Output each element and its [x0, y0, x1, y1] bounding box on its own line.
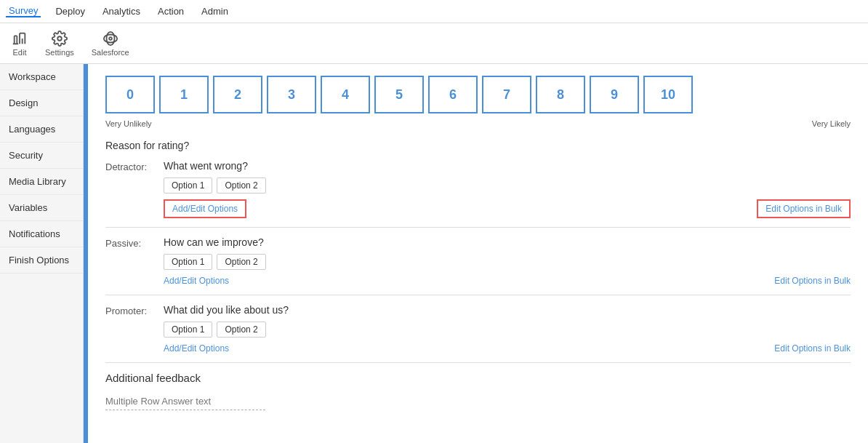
sidebar-item-variables[interactable]: Variables [0, 195, 83, 221]
detractor-option-1[interactable]: Option 1 [164, 177, 212, 193]
sidebar-item-workspace[interactable]: Workspace [0, 64, 83, 90]
nav-survey[interactable]: Survey [6, 5, 41, 17]
toolbar-salesforce[interactable]: Salesforce [92, 31, 129, 57]
passive-actions: Add/Edit Options Edit Options in Bulk [164, 276, 851, 286]
rating-9[interactable]: 9 [590, 76, 639, 113]
rating-8[interactable]: 8 [536, 76, 585, 113]
promoter-content: What did you like about us? Option 1 Opt… [164, 304, 851, 354]
passive-question: How can we improve? [164, 236, 851, 248]
rating-4[interactable]: 4 [321, 76, 370, 113]
sidebar-item-finish-options[interactable]: Finish Options [0, 247, 83, 274]
detractor-label: Detractor: [105, 160, 164, 172]
promoter-question: What did you like about us? [164, 304, 851, 316]
additional-feedback-title: Additional feedback [105, 372, 851, 384]
promoter-add-edit-button[interactable]: Add/Edit Options [164, 343, 229, 354]
main-content: 0 1 2 3 4 5 6 7 8 9 10 Very Unlikely Ver… [88, 64, 868, 443]
svg-point-8 [57, 36, 62, 41]
rating-labels: Very Unlikely Very Likely [105, 119, 851, 128]
nav-admin[interactable]: Admin [198, 6, 231, 17]
rating-scale: 0 1 2 3 4 5 6 7 8 9 10 [105, 76, 851, 113]
promoter-actions: Add/Edit Options Edit Options in Bulk [164, 343, 851, 354]
promoter-option-2[interactable]: Option 2 [217, 322, 265, 338]
rating-label-right: Very Likely [812, 119, 851, 128]
passive-content: How can we improve? Option 1 Option 2 Ad… [164, 236, 851, 286]
nav-action[interactable]: Action [155, 6, 187, 17]
promoter-options: Option 1 Option 2 [164, 322, 851, 338]
promoter-bulk-button[interactable]: Edit Options in Bulk [774, 343, 851, 354]
promoter-label: Promoter: [105, 304, 164, 316]
top-navigation: Survey Deploy Analytics Action Admin [0, 0, 868, 23]
rating-2[interactable]: 2 [213, 76, 262, 113]
sidebar-item-design[interactable]: Design [0, 90, 83, 116]
passive-label: Passive: [105, 236, 164, 249]
promoter-row: Promoter: What did you like about us? Op… [105, 304, 851, 363]
rating-6[interactable]: 6 [428, 76, 478, 113]
rating-10[interactable]: 10 [643, 76, 693, 113]
detractor-bulk-button[interactable]: Edit Options in Bulk [757, 199, 851, 218]
passive-row: Passive: How can we improve? Option 1 Op… [105, 236, 851, 295]
passive-option-1[interactable]: Option 1 [164, 254, 212, 270]
detractor-add-edit-button[interactable]: Add/Edit Options [164, 199, 246, 218]
reason-section-title: Reason for rating? [105, 140, 851, 151]
toolbar-edit[interactable]: Edit [12, 31, 28, 57]
toolbar-settings[interactable]: Settings [45, 31, 74, 57]
rating-5[interactable]: 5 [374, 76, 424, 113]
sidebar-item-languages[interactable]: Languages [0, 116, 83, 143]
nav-analytics[interactable]: Analytics [100, 6, 143, 17]
detractor-row: Detractor: What went wrong? Option 1 Opt… [105, 160, 851, 228]
sidebar-item-notifications[interactable]: Notifications [0, 221, 83, 247]
passive-option-2[interactable]: Option 2 [217, 254, 265, 270]
detractor-options: Option 1 Option 2 [164, 177, 851, 193]
rating-1[interactable]: 1 [159, 76, 209, 113]
toolbar-salesforce-label: Salesforce [92, 48, 129, 57]
rating-0[interactable]: 0 [105, 76, 155, 113]
nav-deploy[interactable]: Deploy [52, 6, 87, 17]
passive-bulk-button[interactable]: Edit Options in Bulk [774, 276, 851, 286]
additional-feedback-input[interactable] [105, 393, 265, 410]
svg-point-11 [109, 37, 112, 40]
main-layout: Workspace Design Languages Security Medi… [0, 64, 868, 443]
rating-label-left: Very Unlikely [105, 119, 152, 128]
additional-feedback-input-area [105, 393, 851, 410]
toolbar-settings-label: Settings [45, 48, 74, 57]
detractor-actions: Add/Edit Options Edit Options in Bulk [164, 199, 851, 218]
passive-options: Option 1 Option 2 [164, 254, 851, 270]
svg-point-9 [104, 34, 117, 42]
toolbar: Edit Settings Salesforce [0, 23, 868, 64]
passive-add-edit-button[interactable]: Add/Edit Options [164, 276, 229, 286]
detractor-question: What went wrong? [164, 160, 851, 172]
sidebar-item-media-library[interactable]: Media Library [0, 169, 83, 195]
detractor-option-2[interactable]: Option 2 [217, 177, 265, 193]
sidebar: Workspace Design Languages Security Medi… [0, 64, 84, 443]
sidebar-item-security[interactable]: Security [0, 143, 83, 169]
detractor-content: What went wrong? Option 1 Option 2 Add/E… [164, 160, 851, 218]
promoter-option-1[interactable]: Option 1 [164, 322, 212, 338]
rating-3[interactable]: 3 [267, 76, 316, 113]
toolbar-edit-label: Edit [13, 48, 27, 57]
rating-7[interactable]: 7 [482, 76, 531, 113]
